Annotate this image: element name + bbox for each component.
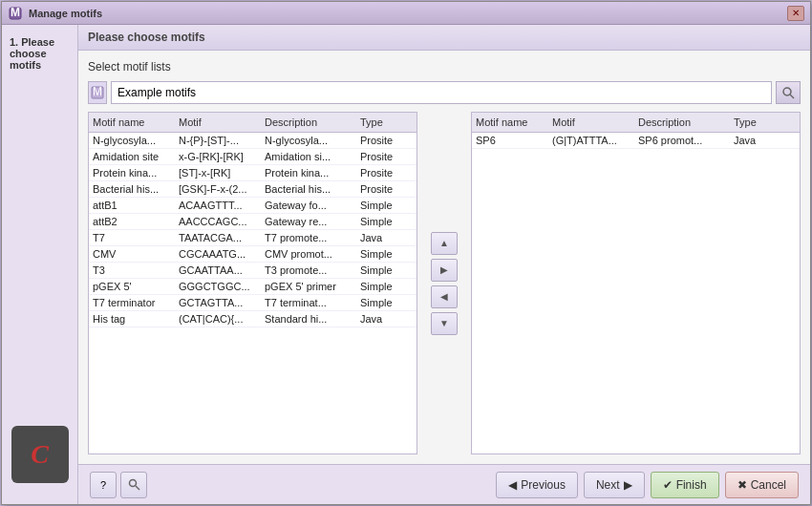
table-cell: N-{P}-[ST]-...: [179, 135, 265, 146]
table-cell: Simple: [360, 248, 417, 260]
right-col-type: Type: [734, 116, 791, 128]
table-cell: Simple: [360, 264, 417, 276]
right-col-description: Description: [638, 116, 734, 128]
help-button[interactable]: ?: [90, 472, 117, 498]
table-cell: GCAATTAA...: [179, 264, 265, 276]
right-motif-table: Motif name Motif Description Type SP6(G|…: [471, 112, 801, 454]
table-cell: Simple: [360, 216, 417, 227]
table-cell: Gateway re...: [265, 216, 360, 227]
table-row[interactable]: T7 terminatorGCTAGTTA...T7 terminat...Si…: [89, 295, 417, 311]
logo-area: C: [10, 426, 70, 493]
title-bar: M Manage motifs ✕: [2, 2, 810, 25]
table-row[interactable]: Bacterial his...[GSK]-F-x-(2...Bacterial…: [89, 181, 417, 198]
svg-point-6: [129, 480, 136, 487]
table-row[interactable]: Amidation sitex-G-[RK]-[RK]Amidation si.…: [89, 149, 417, 165]
table-row[interactable]: Protein kina...[ST]-x-[RK]Protein kina..…: [89, 165, 417, 181]
table-row[interactable]: pGEX 5'GGGCTGGC...pGEX 5' primerSimple: [89, 279, 417, 295]
panel-title: Please choose motifs: [88, 31, 205, 44]
bottom-bar: ? ◀ Previous Next ▶: [78, 464, 810, 504]
table-cell: T7 promote...: [265, 232, 360, 243]
bottom-left-buttons: ?: [90, 472, 147, 498]
move-left-button[interactable]: ◀: [431, 285, 458, 308]
next-label: Next: [596, 478, 620, 492]
title-bar-icon: M: [8, 6, 23, 21]
table-cell: Prosite: [360, 135, 417, 146]
table-cell: Protein kina...: [93, 167, 179, 179]
left-col-description: Description: [265, 116, 360, 128]
content-area: 1. Please choose motifs C Please choose …: [2, 25, 810, 504]
table-cell: Simple: [360, 200, 417, 211]
table-cell: Java: [360, 313, 417, 325]
table-cell: x-G-[RK]-[RK]: [179, 151, 265, 162]
table-row[interactable]: T7TAATACGA...T7 promote...Java: [89, 230, 417, 246]
logo-letter: C: [31, 439, 49, 470]
table-cell: GGGCTGGC...: [179, 281, 265, 292]
next-button[interactable]: Next ▶: [584, 472, 645, 498]
table-cell: T3: [93, 264, 179, 276]
prev-arrow-icon: ◀: [508, 478, 517, 492]
table-cell: CMV: [93, 248, 179, 260]
table-cell: SP6 promot...: [638, 135, 734, 146]
table-cell: attB2: [93, 216, 179, 227]
search-row: M: [88, 81, 801, 104]
logo-box: C: [11, 426, 69, 483]
table-cell: CMV promot...: [265, 248, 360, 260]
table-cell: Amidation site: [93, 151, 179, 162]
svg-text:M: M: [93, 86, 102, 98]
table-row[interactable]: N-glycosyla...N-{P}-[ST]-...N-glycosyla.…: [89, 133, 417, 149]
right-table-header: Motif name Motif Description Type: [472, 113, 800, 133]
svg-point-4: [783, 88, 791, 95]
left-col-type: Type: [360, 116, 417, 128]
table-cell: AACCCAGC...: [179, 216, 265, 227]
manage-motifs-window: M Manage motifs ✕ 1. Please choose motif…: [1, 1, 811, 505]
right-table-body: SP6(G|T)ATTTA...SP6 promot...Java: [472, 133, 800, 453]
cancel-label: Cancel: [751, 478, 786, 492]
table-cell: [ST]-x-[RK]: [179, 167, 265, 179]
move-right-button[interactable]: ▶: [431, 259, 458, 282]
motif-icon-box: M: [88, 81, 107, 104]
table-row[interactable]: His tag(CAT|CAC){...Standard hi...Java: [89, 311, 417, 327]
table-cell: Simple: [360, 281, 417, 292]
finish-check-icon: ✔: [663, 478, 673, 492]
cancel-button[interactable]: ✖ Cancel: [725, 472, 799, 498]
table-cell: [GSK]-F-x-(2...: [179, 183, 265, 195]
table-row[interactable]: attB1ACAAGTTT...Gateway fo...Simple: [89, 198, 417, 214]
table-cell: N-glycosyla...: [265, 135, 360, 146]
table-row[interactable]: CMVCGCAAATG...CMV promot...Simple: [89, 246, 417, 263]
table-cell: ACAAGTTT...: [179, 200, 265, 211]
move-down-button[interactable]: ▼: [431, 312, 458, 335]
table-cell: Prosite: [360, 167, 417, 179]
search-button[interactable]: [776, 81, 801, 104]
close-button[interactable]: ✕: [787, 6, 804, 21]
search-small-button[interactable]: [120, 472, 147, 498]
svg-line-7: [136, 486, 139, 490]
table-row[interactable]: attB2AACCCAGC...Gateway re...Simple: [89, 214, 417, 230]
table-cell: T7 terminat...: [265, 297, 360, 308]
table-cell: (CAT|CAC){...: [179, 313, 265, 325]
left-sidebar: 1. Please choose motifs C: [2, 25, 78, 504]
arrows-column: ▲ ▶ ◀ ▼: [425, 112, 463, 454]
table-row[interactable]: T3GCAATTAA...T3 promote...Simple: [89, 263, 417, 279]
table-cell: Simple: [360, 297, 417, 308]
previous-button[interactable]: ◀ Previous: [496, 472, 578, 498]
right-col-motifname: Motif name: [476, 116, 552, 128]
left-col-motifname: Motif name: [93, 116, 179, 128]
panel-body: Select motif lists M: [78, 51, 810, 464]
table-row[interactable]: SP6(G|T)ATTTA...SP6 promot...Java: [472, 133, 800, 149]
table-cell: T7: [93, 232, 179, 243]
finish-label: Finish: [676, 478, 707, 492]
step-label: 1. Please choose motifs: [10, 36, 70, 71]
table-cell: TAATACGA...: [179, 232, 265, 243]
table-cell: Protein kina...: [265, 167, 360, 179]
tables-row: Motif name Motif Description Type N-glyc…: [88, 112, 801, 454]
finish-button[interactable]: ✔ Finish: [651, 472, 719, 498]
next-arrow-icon: ▶: [624, 478, 632, 492]
main-panel: Please choose motifs Select motif lists …: [78, 25, 810, 504]
search-input[interactable]: [111, 81, 772, 104]
table-cell: His tag: [93, 313, 179, 325]
left-table-header: Motif name Motif Description Type: [89, 113, 417, 133]
table-cell: Standard hi...: [265, 313, 360, 325]
svg-line-5: [790, 95, 794, 98]
table-cell: Prosite: [360, 183, 417, 195]
move-up-button[interactable]: ▲: [431, 232, 458, 255]
